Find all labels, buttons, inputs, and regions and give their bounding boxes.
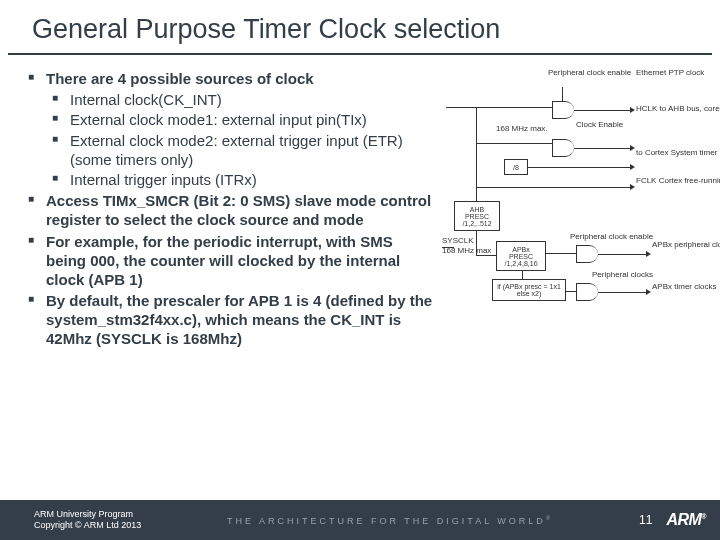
footer-bar: ARM University Program Copyright © ARM L…: [0, 500, 720, 540]
label-168mhz-max: 168 MHz max.: [496, 125, 548, 134]
page-number: 11: [639, 513, 666, 527]
wire: [574, 110, 630, 111]
slide: General Purpose Timer Clock selection Th…: [0, 0, 720, 540]
wire: [598, 292, 646, 293]
bullet-1: There are 4 possible sources of clock In…: [28, 69, 436, 189]
and-gate-icon: [576, 245, 598, 263]
wire: [546, 253, 576, 254]
subbullet-2: External clock mode1: external input pin…: [52, 110, 436, 129]
label-cortex-system-timer: to Cortex System timer: [636, 149, 717, 158]
arm-logo-text: ARM: [666, 511, 701, 528]
footer-program: ARM University Program Copyright © ARM L…: [0, 509, 141, 531]
and-gate-icon: [552, 139, 574, 157]
label-ethernet-ptp: Ethernet PTP clock: [636, 69, 704, 78]
label-periph-clocks-3: Peripheral clocks: [592, 271, 653, 280]
wire: [522, 271, 523, 279]
bullet-3: For example, for the periodic interrupt,…: [28, 232, 436, 290]
wire: [476, 143, 552, 144]
apbx-prescaler-text: APBx PRESC /1,2,4,8,16: [504, 246, 537, 267]
footer-tagline: THE ARCHITECTURE FOR THE DIGITAL WORLD®: [141, 515, 639, 526]
if-condition-text: if (APBx presc = 1x1 else x2): [497, 283, 561, 297]
page-title: General Purpose Timer Clock selection: [8, 0, 712, 55]
wire: [442, 247, 454, 248]
bullet-4: By default, the prescaler for APB 1 is 4…: [28, 291, 436, 349]
wire: [476, 187, 630, 188]
wire: [528, 167, 630, 168]
wire: [574, 148, 630, 149]
diagram-column: Peripheral clock enable Ethernet PTP clo…: [436, 69, 712, 540]
label-hclk: HCLK to AHB bus, core, memory and DMA: [636, 105, 720, 114]
label-sysclk: SYSCLK: [442, 237, 474, 246]
wire: [476, 231, 477, 255]
and-gate-icon: [576, 283, 598, 301]
divider-8-box: /8: [504, 159, 528, 175]
wire: [598, 254, 646, 255]
clock-tree-diagram: Peripheral clock enable Ethernet PTP clo…: [442, 69, 712, 329]
if-condition-box: if (APBx presc = 1x1 else x2): [492, 279, 566, 301]
and-gate-icon: [552, 101, 574, 119]
footer-tagline-text: THE ARCHITECTURE FOR THE DIGITAL WORLD: [227, 516, 546, 526]
wire: [476, 255, 496, 256]
bullet-column: There are 4 possible sources of clock In…: [28, 69, 436, 540]
ahb-prescaler-box: AHB PRESC /1,2,..512: [454, 201, 500, 231]
wire: [446, 107, 552, 108]
arm-logo: ARM®: [666, 511, 720, 529]
label-apbx-peripheral-clocks: APBx peripheral clocks: [652, 241, 720, 250]
label-apbx-timer-clocks: APBx timer clocks: [652, 283, 716, 292]
label-clock-enable: Clock Enable: [576, 121, 623, 130]
bullet-2: Access TIMx_SMCR (Bit 2: 0 SMS) slave mo…: [28, 191, 436, 229]
apbx-prescaler-box: APBx PRESC /1,2,4,8,16: [496, 241, 546, 271]
subbullet-1: Internal clock(CK_INT): [52, 90, 436, 109]
subbullet-4: Internal trigger inputs (ITRx): [52, 170, 436, 189]
footer-program-line1: ARM University Program: [34, 509, 141, 520]
footer-program-line2: Copyright © ARM Ltd 2013: [34, 520, 141, 531]
ahb-prescaler-text: AHB PRESC /1,2,..512: [462, 206, 491, 227]
subbullet-3: External clock mode2: external trigger i…: [52, 131, 436, 169]
label-fclk: FCLK Cortex free-running clock: [636, 177, 720, 186]
bullet-1-text: There are 4 possible sources of clock: [46, 70, 314, 87]
label-periph-clock-enable: Peripheral clock enable: [548, 69, 631, 78]
wire: [562, 87, 563, 101]
content-area: There are 4 possible sources of clock In…: [0, 55, 720, 540]
wire: [566, 291, 576, 292]
label-periph-clock-enable-2: Peripheral clock enable: [570, 233, 653, 242]
